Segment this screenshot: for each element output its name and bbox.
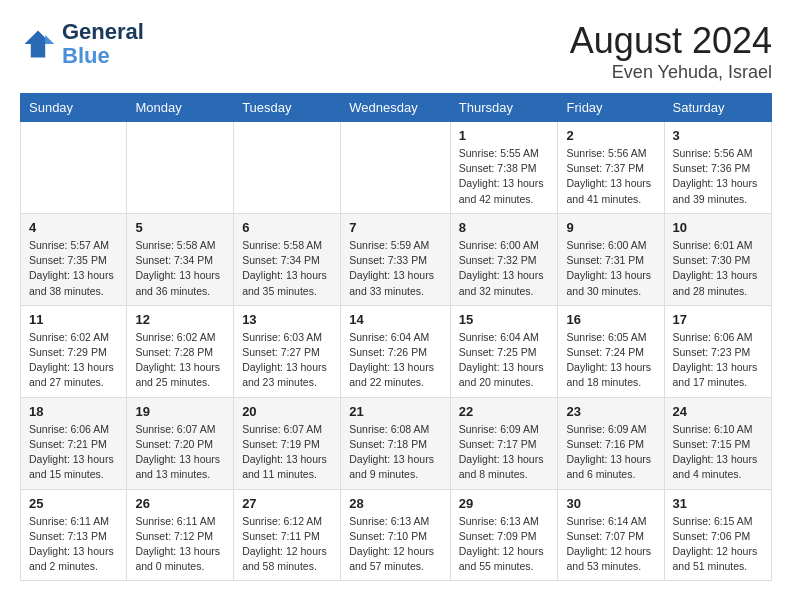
day-cell: 23Sunrise: 6:09 AM Sunset: 7:16 PM Dayli…	[558, 397, 664, 489]
day-info: Sunrise: 6:06 AM Sunset: 7:23 PM Dayligh…	[673, 330, 763, 391]
day-info: Sunrise: 6:00 AM Sunset: 7:32 PM Dayligh…	[459, 238, 550, 299]
day-info: Sunrise: 6:10 AM Sunset: 7:15 PM Dayligh…	[673, 422, 763, 483]
day-number: 22	[459, 404, 550, 419]
day-number: 23	[566, 404, 655, 419]
day-number: 3	[673, 128, 763, 143]
day-info: Sunrise: 6:13 AM Sunset: 7:10 PM Dayligh…	[349, 514, 442, 575]
location-title: Even Yehuda, Israel	[570, 62, 772, 83]
day-info: Sunrise: 6:12 AM Sunset: 7:11 PM Dayligh…	[242, 514, 332, 575]
weekday-header-friday: Friday	[558, 94, 664, 122]
day-number: 4	[29, 220, 118, 235]
week-row-5: 25Sunrise: 6:11 AM Sunset: 7:13 PM Dayli…	[21, 489, 772, 581]
day-cell: 6Sunrise: 5:58 AM Sunset: 7:34 PM Daylig…	[234, 213, 341, 305]
title-block: August 2024 Even Yehuda, Israel	[570, 20, 772, 83]
day-number: 30	[566, 496, 655, 511]
weekday-header-sunday: Sunday	[21, 94, 127, 122]
day-cell: 18Sunrise: 6:06 AM Sunset: 7:21 PM Dayli…	[21, 397, 127, 489]
day-number: 11	[29, 312, 118, 327]
day-info: Sunrise: 6:00 AM Sunset: 7:31 PM Dayligh…	[566, 238, 655, 299]
day-number: 31	[673, 496, 763, 511]
day-cell: 20Sunrise: 6:07 AM Sunset: 7:19 PM Dayli…	[234, 397, 341, 489]
day-info: Sunrise: 6:02 AM Sunset: 7:28 PM Dayligh…	[135, 330, 225, 391]
day-cell: 17Sunrise: 6:06 AM Sunset: 7:23 PM Dayli…	[664, 305, 771, 397]
day-cell	[341, 122, 451, 214]
day-number: 2	[566, 128, 655, 143]
day-cell: 16Sunrise: 6:05 AM Sunset: 7:24 PM Dayli…	[558, 305, 664, 397]
day-info: Sunrise: 6:08 AM Sunset: 7:18 PM Dayligh…	[349, 422, 442, 483]
day-number: 26	[135, 496, 225, 511]
day-cell: 21Sunrise: 6:08 AM Sunset: 7:18 PM Dayli…	[341, 397, 451, 489]
day-info: Sunrise: 6:01 AM Sunset: 7:30 PM Dayligh…	[673, 238, 763, 299]
weekday-header-monday: Monday	[127, 94, 234, 122]
day-cell: 31Sunrise: 6:15 AM Sunset: 7:06 PM Dayli…	[664, 489, 771, 581]
day-number: 29	[459, 496, 550, 511]
day-info: Sunrise: 6:13 AM Sunset: 7:09 PM Dayligh…	[459, 514, 550, 575]
day-cell: 4Sunrise: 5:57 AM Sunset: 7:35 PM Daylig…	[21, 213, 127, 305]
logo-icon	[20, 26, 56, 62]
day-cell: 1Sunrise: 5:55 AM Sunset: 7:38 PM Daylig…	[450, 122, 558, 214]
day-number: 12	[135, 312, 225, 327]
day-cell: 11Sunrise: 6:02 AM Sunset: 7:29 PM Dayli…	[21, 305, 127, 397]
day-number: 17	[673, 312, 763, 327]
day-cell: 5Sunrise: 5:58 AM Sunset: 7:34 PM Daylig…	[127, 213, 234, 305]
day-cell: 27Sunrise: 6:12 AM Sunset: 7:11 PM Dayli…	[234, 489, 341, 581]
day-cell: 13Sunrise: 6:03 AM Sunset: 7:27 PM Dayli…	[234, 305, 341, 397]
month-title: August 2024	[570, 20, 772, 62]
week-row-4: 18Sunrise: 6:06 AM Sunset: 7:21 PM Dayli…	[21, 397, 772, 489]
day-info: Sunrise: 6:11 AM Sunset: 7:12 PM Dayligh…	[135, 514, 225, 575]
day-cell: 7Sunrise: 5:59 AM Sunset: 7:33 PM Daylig…	[341, 213, 451, 305]
day-info: Sunrise: 6:02 AM Sunset: 7:29 PM Dayligh…	[29, 330, 118, 391]
day-number: 8	[459, 220, 550, 235]
day-info: Sunrise: 5:55 AM Sunset: 7:38 PM Dayligh…	[459, 146, 550, 207]
day-cell: 19Sunrise: 6:07 AM Sunset: 7:20 PM Dayli…	[127, 397, 234, 489]
day-info: Sunrise: 6:06 AM Sunset: 7:21 PM Dayligh…	[29, 422, 118, 483]
weekday-header-thursday: Thursday	[450, 94, 558, 122]
day-cell: 25Sunrise: 6:11 AM Sunset: 7:13 PM Dayli…	[21, 489, 127, 581]
weekday-header-row: SundayMondayTuesdayWednesdayThursdayFrid…	[21, 94, 772, 122]
week-row-1: 1Sunrise: 5:55 AM Sunset: 7:38 PM Daylig…	[21, 122, 772, 214]
day-cell: 10Sunrise: 6:01 AM Sunset: 7:30 PM Dayli…	[664, 213, 771, 305]
week-row-2: 4Sunrise: 5:57 AM Sunset: 7:35 PM Daylig…	[21, 213, 772, 305]
weekday-header-wednesday: Wednesday	[341, 94, 451, 122]
weekday-header-tuesday: Tuesday	[234, 94, 341, 122]
day-cell: 3Sunrise: 5:56 AM Sunset: 7:36 PM Daylig…	[664, 122, 771, 214]
logo-line1: General	[62, 20, 144, 44]
logo: General Blue	[20, 20, 144, 68]
day-cell: 22Sunrise: 6:09 AM Sunset: 7:17 PM Dayli…	[450, 397, 558, 489]
week-row-3: 11Sunrise: 6:02 AM Sunset: 7:29 PM Dayli…	[21, 305, 772, 397]
day-number: 16	[566, 312, 655, 327]
day-info: Sunrise: 6:05 AM Sunset: 7:24 PM Dayligh…	[566, 330, 655, 391]
day-number: 27	[242, 496, 332, 511]
day-number: 15	[459, 312, 550, 327]
day-info: Sunrise: 6:04 AM Sunset: 7:25 PM Dayligh…	[459, 330, 550, 391]
day-number: 21	[349, 404, 442, 419]
day-cell: 2Sunrise: 5:56 AM Sunset: 7:37 PM Daylig…	[558, 122, 664, 214]
day-cell: 8Sunrise: 6:00 AM Sunset: 7:32 PM Daylig…	[450, 213, 558, 305]
calendar-table: SundayMondayTuesdayWednesdayThursdayFrid…	[20, 93, 772, 581]
day-info: Sunrise: 6:07 AM Sunset: 7:19 PM Dayligh…	[242, 422, 332, 483]
day-info: Sunrise: 6:03 AM Sunset: 7:27 PM Dayligh…	[242, 330, 332, 391]
day-number: 10	[673, 220, 763, 235]
page-header: General Blue August 2024 Even Yehuda, Is…	[20, 20, 772, 83]
day-cell: 30Sunrise: 6:14 AM Sunset: 7:07 PM Dayli…	[558, 489, 664, 581]
day-info: Sunrise: 6:15 AM Sunset: 7:06 PM Dayligh…	[673, 514, 763, 575]
logo-line2: Blue	[62, 44, 144, 68]
day-number: 7	[349, 220, 442, 235]
day-cell: 24Sunrise: 6:10 AM Sunset: 7:15 PM Dayli…	[664, 397, 771, 489]
day-info: Sunrise: 5:59 AM Sunset: 7:33 PM Dayligh…	[349, 238, 442, 299]
day-cell	[21, 122, 127, 214]
day-number: 5	[135, 220, 225, 235]
day-number: 28	[349, 496, 442, 511]
day-number: 18	[29, 404, 118, 419]
day-info: Sunrise: 6:04 AM Sunset: 7:26 PM Dayligh…	[349, 330, 442, 391]
day-cell: 15Sunrise: 6:04 AM Sunset: 7:25 PM Dayli…	[450, 305, 558, 397]
day-cell: 9Sunrise: 6:00 AM Sunset: 7:31 PM Daylig…	[558, 213, 664, 305]
day-info: Sunrise: 6:09 AM Sunset: 7:16 PM Dayligh…	[566, 422, 655, 483]
svg-marker-1	[45, 35, 54, 44]
day-number: 13	[242, 312, 332, 327]
day-number: 9	[566, 220, 655, 235]
day-info: Sunrise: 5:58 AM Sunset: 7:34 PM Dayligh…	[135, 238, 225, 299]
weekday-header-saturday: Saturday	[664, 94, 771, 122]
day-info: Sunrise: 6:11 AM Sunset: 7:13 PM Dayligh…	[29, 514, 118, 575]
day-info: Sunrise: 5:56 AM Sunset: 7:36 PM Dayligh…	[673, 146, 763, 207]
